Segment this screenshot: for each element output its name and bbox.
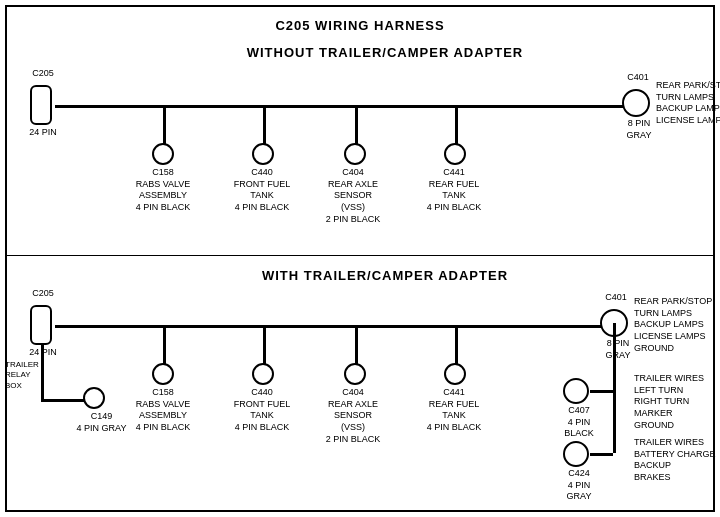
c401-1-connector	[622, 89, 650, 117]
c404-1-vline	[355, 105, 358, 145]
c441-2-label: C441REAR FUELTANK4 PIN BLACK	[424, 387, 484, 434]
main-line-2	[55, 325, 613, 328]
c440-1-connector	[252, 143, 274, 165]
c440-1-vline	[263, 105, 266, 145]
c401-1-label: C401	[618, 72, 658, 84]
c424-label: C4244 PINGRAY	[554, 468, 604, 503]
c205-1-connector	[30, 85, 52, 125]
c440-1-label: C440FRONT FUELTANK4 PIN BLACK	[232, 167, 292, 214]
c401-2-label: C401	[596, 292, 636, 304]
c440-2-vline	[263, 325, 266, 365]
c441-1-label: C441REAR FUELTANK4 PIN BLACK	[424, 167, 484, 214]
c158-2-connector	[152, 363, 174, 385]
c424-connector	[563, 441, 589, 467]
c205-1-pin-label: 24 PIN	[18, 127, 68, 139]
c401-2-pin-label: 8 PINGRAY	[593, 338, 643, 361]
c407-connector	[563, 378, 589, 404]
c441-2-connector	[444, 363, 466, 385]
c158-1-vline	[163, 105, 166, 145]
c407-hline	[590, 390, 613, 393]
c149-connector	[83, 387, 105, 409]
c205-1-label: C205	[18, 68, 68, 80]
c440-2-label: C440FRONT FUELTANK4 PIN BLACK	[232, 387, 292, 434]
c401-1-right-label: REAR PARK/STOPTURN LAMPSBACKUP LAMPSLICE…	[656, 80, 720, 127]
c158-2-vline	[163, 325, 166, 365]
diagram-container: C205 WIRING HARNESS WITHOUT TRAILER/CAMP…	[0, 0, 720, 490]
c424-hline	[590, 453, 613, 456]
c424-right-label: TRAILER WIRESBATTERY CHARGEBACKUPBRAKES	[634, 437, 720, 484]
section2-label: WITH TRAILER/CAMPER ADAPTER	[130, 268, 640, 283]
c149-label: C1494 PIN GRAY	[74, 411, 129, 434]
c158-1-connector	[152, 143, 174, 165]
c401-1-pin-label: 8 PINGRAY	[614, 118, 664, 141]
main-line-1	[55, 105, 635, 108]
c404-1-label: C404REAR AXLESENSOR(VSS)2 PIN BLACK	[323, 167, 383, 225]
c158-1-label: C158RABS VALVEASSEMBLY4 PIN BLACK	[133, 167, 193, 214]
c158-2-label: C158RABS VALVEASSEMBLY4 PIN BLACK	[133, 387, 193, 434]
c404-1-connector	[344, 143, 366, 165]
right-branch-vline	[613, 323, 616, 453]
c205-2-label: C205	[18, 288, 68, 300]
c441-2-vline	[455, 325, 458, 365]
c205-2-connector	[30, 305, 52, 345]
section1-label: WITHOUT TRAILER/CAMPER ADAPTER	[130, 45, 640, 60]
c440-2-connector	[252, 363, 274, 385]
c404-2-vline	[355, 325, 358, 365]
section-divider	[5, 255, 715, 256]
c407-right-label: TRAILER WIRESLEFT TURNRIGHT TURNMARKERGR…	[634, 373, 720, 431]
c441-1-connector	[444, 143, 466, 165]
c441-1-vline	[455, 105, 458, 145]
c404-2-connector	[344, 363, 366, 385]
trailer-relay-label: TRAILERRELAYBOX	[5, 360, 45, 391]
page-title: C205 WIRING HARNESS	[0, 10, 720, 33]
c404-2-label: C404REAR AXLESENSOR(VSS)2 PIN BLACK	[323, 387, 383, 445]
c401-2-right-label: REAR PARK/STOPTURN LAMPSBACKUP LAMPSLICE…	[634, 296, 720, 354]
c407-label: C4074 PINBLACK	[554, 405, 604, 440]
